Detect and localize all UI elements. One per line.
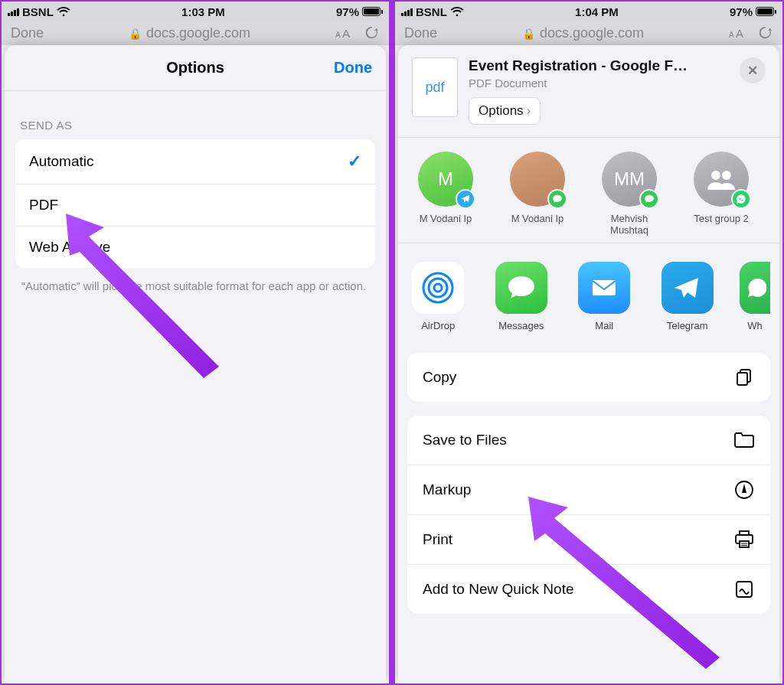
phone-right: BSNL 1:04 PM 97% Done 🔒docs.google.com A…: [395, 2, 782, 683]
checkmark-icon: ✓: [348, 152, 361, 171]
messages-badge-icon: [547, 189, 567, 209]
contact-name: Mehvish Mushtaq: [591, 213, 668, 236]
avatar: M: [418, 152, 473, 207]
option-automatic[interactable]: Automatic ✓: [15, 139, 375, 184]
action-markup[interactable]: Markup: [407, 465, 770, 515]
carrier-label: BSNL: [416, 5, 447, 18]
contact-name: M Vodani Ip: [420, 213, 472, 225]
app-telegram[interactable]: Telegram: [657, 262, 719, 331]
telegram-icon: [662, 262, 714, 314]
svg-point-8: [429, 279, 447, 297]
action-quick-note[interactable]: Add to New Quick Note: [407, 565, 770, 614]
messages-icon: [495, 262, 547, 314]
svg-point-6: [722, 171, 731, 180]
options-button-label: Options: [479, 103, 524, 119]
apps-row[interactable]: AirDrop Messages Mail Telegram: [398, 243, 779, 339]
action-label: Save to Files: [423, 432, 507, 449]
reload-icon: [760, 27, 773, 41]
messages-badge-icon: [639, 189, 659, 209]
carrier-label: BSNL: [22, 5, 54, 18]
svg-rect-16: [740, 541, 749, 547]
action-group-file: Save to Files Markup Print Add to New Qu…: [407, 416, 770, 614]
action-save-to-files[interactable]: Save to Files: [407, 416, 770, 465]
svg-rect-12: [737, 373, 747, 385]
group-icon: [706, 168, 737, 190]
svg-point-7: [434, 284, 442, 292]
contact-m-vodani-messages[interactable]: M Vodani Ip: [499, 152, 576, 236]
signal-icon: [8, 7, 19, 16]
action-label: Add to New Quick Note: [423, 581, 573, 598]
action-copy[interactable]: Copy: [407, 353, 770, 402]
app-whatsapp[interactable]: Wh: [740, 262, 770, 331]
options-button[interactable]: Options ›: [469, 97, 541, 125]
url-label: docs.google.com: [540, 25, 644, 41]
file-thumbnail: pdf: [412, 57, 458, 117]
svg-point-5: [711, 171, 720, 180]
option-label: PDF: [29, 197, 58, 214]
action-label: Print: [423, 531, 452, 548]
airdrop-icon: [412, 262, 464, 314]
option-web-archive[interactable]: Web Archive: [15, 227, 375, 268]
status-bar: BSNL 1:03 PM 97%: [2, 2, 389, 21]
share-header: pdf Event Registration - Google F… PDF D…: [398, 45, 779, 138]
action-print[interactable]: Print: [407, 515, 770, 565]
svg-rect-10: [593, 280, 616, 295]
text-size-icon: AA: [335, 27, 352, 41]
app-name: Messages: [498, 320, 544, 331]
done-button[interactable]: Done: [334, 59, 372, 77]
whatsapp-badge-icon: [731, 189, 751, 209]
app-name: Telegram: [667, 320, 707, 331]
whatsapp-icon: [740, 262, 770, 314]
printer-icon: [733, 529, 755, 550]
sheet-header: Options Done: [5, 45, 386, 91]
clock-label: 1:03 PM: [181, 5, 225, 18]
reload-icon: [366, 27, 380, 41]
quick-note-icon: [733, 579, 755, 600]
battery-icon: [362, 7, 383, 16]
svg-text:A: A: [335, 31, 341, 39]
app-airdrop[interactable]: AirDrop: [407, 262, 469, 331]
options-footnote: “Automatic” will pick the most suitable …: [5, 268, 386, 305]
battery-percent: 97%: [730, 5, 753, 18]
send-as-options: Automatic ✓ PDF Web Archive: [15, 139, 375, 268]
send-as-label: SEND AS: [5, 91, 386, 139]
safari-toolbar-dimmed: Done 🔒docs.google.com AA: [395, 21, 782, 45]
option-label: Web Archive: [29, 239, 110, 256]
safari-done-dimmed: Done: [11, 25, 44, 41]
svg-text:A: A: [736, 27, 743, 40]
file-subtitle: PDF Document: [469, 77, 729, 90]
action-group-copy: Copy: [407, 353, 770, 402]
mail-icon: [578, 262, 630, 314]
contact-mehvish[interactable]: MM Mehvish Mushtaq: [591, 152, 668, 236]
app-messages[interactable]: Messages: [491, 262, 553, 331]
file-title: Event Registration - Google F…: [469, 57, 729, 75]
url-label: docs.google.com: [146, 25, 250, 41]
chevron-right-icon: ›: [527, 103, 531, 119]
contacts-row[interactable]: M M Vodani Ip M Vodani Ip MM Mehvish Mus…: [398, 138, 779, 243]
close-icon: ✕: [747, 63, 758, 79]
lock-icon: 🔒: [129, 28, 142, 40]
contact-m-vodani-telegram[interactable]: M M Vodani Ip: [407, 152, 484, 236]
contact-test-group[interactable]: Test group 2: [683, 152, 760, 236]
svg-text:A: A: [342, 27, 350, 40]
action-label: Copy: [423, 369, 456, 386]
svg-rect-19: [737, 582, 752, 597]
safari-done-dimmed: Done: [404, 25, 437, 41]
app-name: AirDrop: [421, 320, 455, 331]
option-pdf[interactable]: PDF: [15, 184, 375, 227]
options-sheet: Options Done SEND AS Automatic ✓ PDF Web…: [5, 45, 386, 683]
app-mail[interactable]: Mail: [573, 262, 635, 331]
telegram-badge-icon: [456, 189, 475, 209]
contact-name: Test group 2: [694, 213, 749, 225]
avatar: [510, 152, 565, 207]
folder-icon: [733, 429, 755, 451]
avatar: MM: [602, 152, 657, 207]
text-size-icon: AA: [729, 27, 746, 41]
phone-left: BSNL 1:03 PM 97% Done 🔒docs.google.com A…: [2, 2, 389, 683]
app-name: Mail: [595, 320, 613, 331]
avatar: [694, 152, 749, 207]
lock-icon: 🔒: [522, 28, 535, 40]
sheet-title: Options: [166, 59, 224, 77]
contact-name: M Vodani Ip: [511, 213, 564, 225]
close-button[interactable]: ✕: [740, 57, 766, 83]
